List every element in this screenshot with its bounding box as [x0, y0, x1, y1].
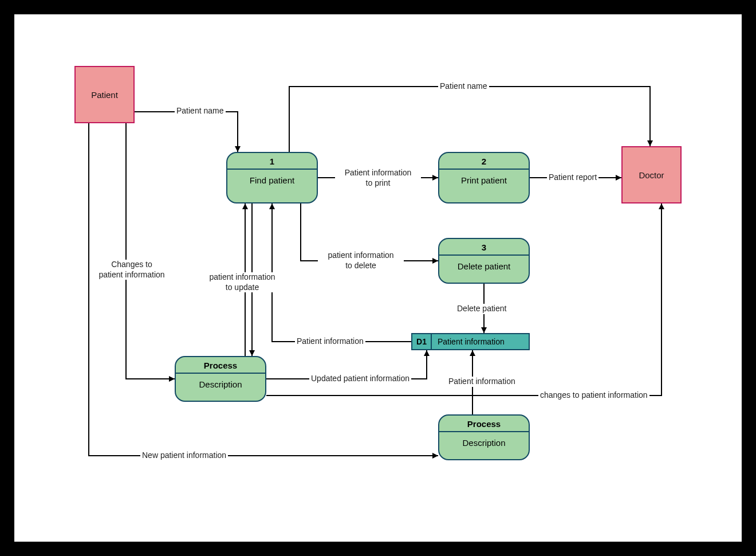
entity-doctor[interactable]: Doctor [621, 146, 682, 203]
label-patient-name-1: Patient name [175, 106, 226, 116]
process-print-patient[interactable]: 2 Print patient [438, 152, 530, 203]
datastore-label: Patient information [432, 334, 529, 349]
entity-patient[interactable]: Patient [74, 66, 135, 123]
datastore-patient-info[interactable]: D1 Patient information [411, 333, 530, 350]
process-delete-patient[interactable]: 3 Delete patient [438, 238, 530, 284]
label-changes: Changes topatient information [92, 260, 172, 280]
process-new[interactable]: Process Description [438, 414, 530, 460]
process-4-title: Description [176, 374, 265, 395]
label-patient-info2: Patient information [447, 377, 517, 387]
label-patient-info: Patient information [295, 336, 365, 347]
process-find-patient[interactable]: 1 Find patient [226, 152, 318, 203]
process-5-number: Process [439, 416, 529, 432]
label-patient-report: Patient report [547, 173, 598, 183]
label-info-update: patient informationto update [199, 272, 285, 292]
process-4-number: Process [176, 357, 265, 374]
process-2-title: Print patient [439, 170, 529, 191]
label-patient-name-2: Patient name [438, 81, 489, 92]
datastore-id: D1 [412, 334, 432, 349]
label-changes2: changes to patient information [538, 390, 649, 401]
label-new-patient: New patient information [140, 451, 228, 461]
process-3-number: 3 [439, 239, 529, 256]
process-1-title: Find patient [227, 170, 317, 191]
entity-patient-label: Patient [91, 90, 118, 100]
label-delete-patient: Delete patient [455, 304, 508, 314]
process-3-title: Delete patient [439, 256, 529, 277]
diagram-canvas: Patient Doctor 1 Find patient 2 Print pa… [14, 14, 742, 542]
entity-doctor-label: Doctor [639, 170, 664, 180]
label-updated-info: Updated patient information [309, 374, 411, 384]
process-2-number: 2 [439, 153, 529, 170]
process-1-number: 1 [227, 153, 317, 170]
label-info-delete: patient informationto delete [318, 250, 404, 271]
process-5-title: Description [439, 432, 529, 453]
label-info-print: Patient informationto print [335, 168, 421, 188]
process-update[interactable]: Process Description [175, 356, 266, 402]
